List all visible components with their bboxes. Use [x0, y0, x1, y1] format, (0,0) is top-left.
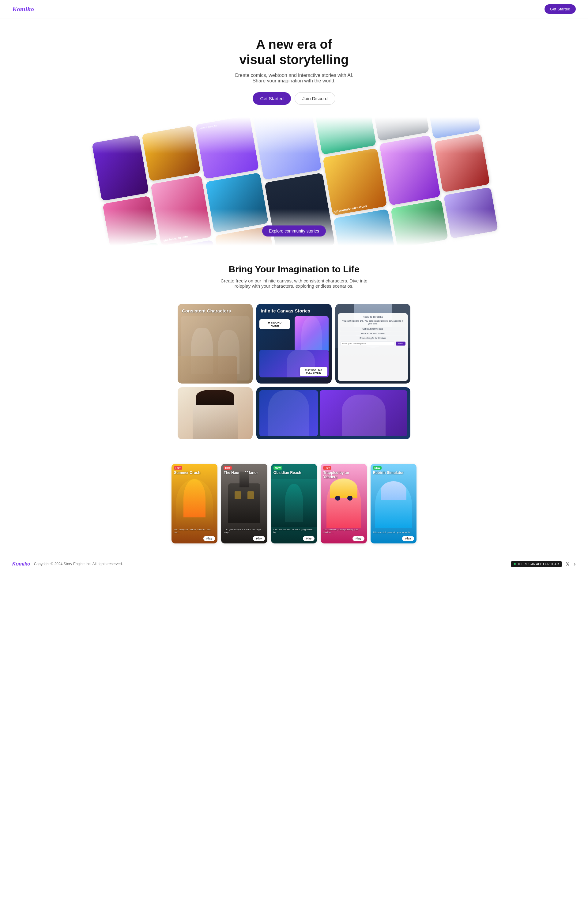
gallery-card[interactable] [391, 199, 448, 246]
canvas-panel-1: H SWORD NLINE [260, 319, 290, 329]
footer-logo: Komiko [12, 561, 30, 567]
story-card-summer[interactable]: HOT Summer Crush You see your middle sch… [171, 464, 217, 544]
feature-infinite-canvas[interactable]: Infinite Canvas Stories H SWORD NLINE [256, 304, 331, 384]
gallery-card[interactable] [205, 172, 268, 233]
feature-roleplay[interactable]: Roleplay Scenario Reply to Hirotaka You … [335, 304, 411, 384]
gallery-card[interactable] [142, 125, 201, 181]
story-desc-obsidian: Uncover ancient technology guarded by ..… [273, 528, 315, 534]
gallery-card[interactable]: prompt: new_fly [195, 117, 259, 179]
story-play-summer[interactable]: Play [204, 536, 215, 541]
features-row-1: Consistent Characters [177, 304, 411, 384]
tiktok-icon[interactable]: ♪ [573, 561, 576, 567]
feature-consistent-title: Consistent Characters [182, 308, 231, 314]
explore-button-wrapper: Explore community stories [0, 225, 588, 236]
story-play-haunted[interactable]: Play [253, 536, 265, 541]
rp-send-button[interactable]: Send [396, 342, 406, 346]
story-desc-haunted: Can you escape the dark passage ways [223, 528, 264, 534]
feature-extra-character[interactable] [177, 387, 253, 439]
feature-extra-canvas[interactable] [256, 387, 411, 439]
hero-section: A new era of visual storytelling Create … [0, 18, 588, 117]
story-play-yandere[interactable]: Play [353, 536, 365, 541]
footer-copyright: Copyright © 2024 Story Engine Inc. All r… [34, 562, 123, 566]
canvas-panel-2-text2: FULL DIVE N [302, 371, 325, 374]
stories-grid: HOT Summer Crush You see your middle sch… [171, 464, 417, 544]
footer: Komiko Copyright © 2024 Story Engine Inc… [0, 556, 588, 572]
footer-toast[interactable]: THERE'S AN APP FOR THAT! [511, 561, 562, 567]
story-desc-summer: You see your middle school crush, and... [174, 528, 215, 534]
story-card-rebirth[interactable]: NEW Rebirth Simulator Allocate skill poi… [371, 464, 417, 544]
explore-community-button[interactable]: Explore community stories [262, 225, 326, 236]
toast-label: THERE'S AN APP FOR THAT! [517, 562, 559, 566]
navbar: Komiko Get Started [0, 0, 588, 18]
rp-option-2[interactable]: Think about what to wear [340, 332, 406, 335]
gallery-card[interactable] [434, 133, 490, 192]
hero-title-line1: A new era of [256, 37, 332, 51]
stories-section: HOT Summer Crush You see your middle sch… [0, 452, 588, 556]
gallery-section: she looks so cute prompt: new_fly [0, 117, 588, 246]
hero-title-line2: visual storytelling [239, 53, 348, 67]
story-desc-yandere: You wake up, kidnapped by your student .… [323, 528, 364, 534]
rp-custom-input[interactable] [340, 341, 394, 346]
hero-subtitle: Create comics, webtoon and interactive s… [230, 72, 358, 84]
features-cards: Consistent Characters [177, 304, 411, 439]
rp-narration: You can't help but grin. You get up and … [340, 320, 406, 325]
feature-consistent-characters[interactable]: Consistent Characters [177, 304, 253, 384]
hero-get-started-button[interactable]: Get Started [253, 92, 291, 105]
story-badge-obsidian: NEW [273, 466, 283, 470]
story-badge-rebirth: NEW [373, 466, 382, 470]
story-play-rebirth[interactable]: Play [402, 536, 414, 541]
story-title-obsidian: Obsidian Reach [273, 471, 315, 475]
rp-option-3[interactable]: Browse for gifts for Hirotaka [340, 336, 406, 340]
canvas-panel-1-text2: NLINE [262, 324, 287, 327]
canvas-panel-1-text: H SWORD [262, 321, 287, 324]
canvas-panel-2: THE WORLD'S FULL DIVE N [300, 367, 327, 376]
footer-left: Komiko Copyright © 2024 Story Engine Inc… [12, 561, 123, 567]
gallery-card[interactable] [313, 117, 376, 155]
story-badge-summer: HOT [174, 466, 182, 470]
navbar-cta-button[interactable]: Get Started [545, 4, 576, 14]
hero-buttons: Get Started Join Discord [6, 92, 582, 105]
rp-option-1[interactable]: Get ready for the date [340, 327, 406, 331]
story-title-rebirth: Rebirth Simulator [373, 471, 414, 475]
story-badge-yandere: HOT [323, 466, 331, 470]
gallery-card[interactable]: This is my OC Bunny [252, 117, 322, 180]
story-play-obsidian[interactable]: Play [303, 536, 315, 541]
features-subtitle: Create freely on our infinite canvas, wi… [217, 278, 371, 289]
hero-heading: A new era of visual storytelling [6, 37, 582, 68]
hero-discord-button[interactable]: Join Discord [295, 92, 335, 105]
gallery-card[interactable]: ME WAITING FOR NATLAN [323, 148, 388, 215]
features-section: Bring Your Imagination to Life Create fr… [0, 246, 588, 452]
navbar-logo: Komiko [12, 5, 34, 13]
story-badge-haunted: HOT [223, 466, 232, 470]
story-card-haunted[interactable]: HOT The Haunted Manor Can you escape the… [221, 464, 267, 544]
story-card-yandere[interactable]: HOT Trappled by an Yandere You wake up, … [321, 464, 366, 544]
rp-reply-label: Reply to Hirotaka [340, 315, 406, 318]
story-title-summer: Summer Crush [174, 471, 215, 475]
features-row-2 [177, 387, 411, 439]
gallery-card[interactable] [379, 135, 441, 205]
canvas-panel-2-text: THE WORLD'S [302, 369, 325, 371]
gallery-card[interactable] [103, 195, 158, 245]
features-title: Bring Your Imagination to Life [12, 264, 576, 274]
twitter-icon[interactable]: 𝕏 [566, 561, 570, 567]
footer-right: THERE'S AN APP FOR THAT! 𝕏 ♪ [511, 561, 576, 567]
story-desc-rebirth: Allocate skill points in your new life [373, 531, 414, 534]
gallery-card[interactable] [92, 135, 149, 201]
toast-dot [514, 563, 516, 565]
feature-infinite-title: Infinite Canvas Stories [261, 308, 310, 314]
story-card-obsidian[interactable]: NEW Obsidian Reach Uncover ancient techn… [271, 464, 317, 544]
